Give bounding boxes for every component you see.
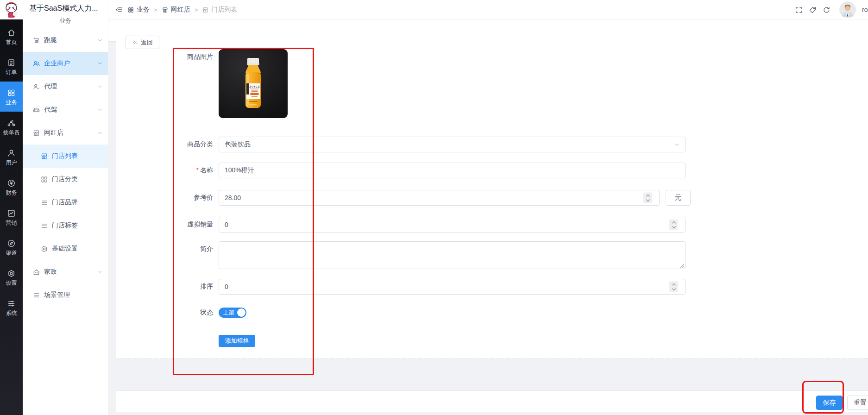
chevron-down-icon (97, 60, 103, 67)
add-spec-button[interactable]: 添加规格 (219, 335, 255, 347)
breadcrumb-item-business[interactable]: 业务 (127, 6, 150, 14)
chart-icon (7, 209, 16, 218)
grid-icon (7, 88, 16, 97)
resize-handle[interactable] (679, 263, 684, 268)
sidebar-item-scene-management[interactable]: 场景管理 (23, 283, 108, 307)
grid-icon (127, 6, 134, 13)
rail-item-orders[interactable]: 订单 (0, 51, 23, 82)
sidebar-item-enterprise-merchant[interactable]: 企业商户 (23, 52, 108, 75)
breadcrumb-label: 门店列表 (211, 6, 237, 14)
chevron-down-icon (97, 37, 103, 44)
intro-textarea[interactable] (219, 241, 686, 269)
rail-item-home[interactable]: 首页 (0, 21, 23, 51)
sort-input[interactable]: 0 (219, 279, 686, 295)
rail-item-channels[interactable]: 渠道 (0, 232, 23, 262)
name-input[interactable]: 100%橙汁 (219, 163, 686, 178)
rail-item-couriers[interactable]: 接单员 (0, 112, 23, 142)
app-logo[interactable] (0, 0, 23, 19)
price-input[interactable]: 28.00 (219, 190, 660, 206)
breadcrumb: 业务 > 网红店 > 门店列表 (115, 0, 237, 19)
chevron-up-icon (97, 130, 103, 136)
refresh-icon[interactable] (823, 6, 830, 14)
sort-stepper[interactable] (669, 282, 678, 292)
people-icon (32, 60, 40, 68)
fullscreen-icon[interactable] (795, 6, 803, 14)
list-icon (40, 199, 48, 207)
sidebar-item-influencer-store[interactable]: 网红店 (23, 121, 108, 145)
username[interactable]: roo (862, 6, 868, 13)
virtual-sales-stepper[interactable] (669, 220, 678, 230)
virtual-sales-input[interactable]: 0 (219, 217, 686, 233)
sidebar-item-label: 代理 (44, 82, 57, 91)
reset-button[interactable]: 重置 (847, 396, 868, 410)
avatar-image (839, 1, 856, 18)
grid-icon (40, 176, 48, 183)
order-doc-icon (7, 58, 16, 67)
form-row-sort: 排序 0 (116, 279, 868, 295)
back-button[interactable]: 返回 (126, 36, 159, 49)
sidebar-item-errand[interactable]: 跑腿 (23, 29, 108, 52)
compass-icon (7, 239, 16, 248)
breadcrumb-item-store-list: 门店列表 (202, 6, 237, 14)
sidebar-subitem-store-tag[interactable]: 门店标签 (23, 214, 108, 237)
required-mark: * (196, 166, 199, 174)
rail-item-label: 订单 (6, 69, 17, 75)
rail-item-settings[interactable]: 设置 (0, 262, 23, 292)
toggle-knob (237, 308, 245, 317)
sliders-icon (7, 299, 16, 308)
chevron-down-icon (673, 141, 680, 148)
avatar[interactable] (839, 1, 856, 18)
store-icon (32, 129, 40, 137)
sidebar-menu: 跑腿 企业商户 代理 代驾 网红店 门店列表 门店分类 门店品牌 门店标签 基础… (23, 29, 108, 307)
form-row-product-image: 商品图片 (116, 49, 868, 118)
sidebar-subitem-store-list[interactable]: 门店列表 (23, 145, 108, 168)
chevron-down-icon (97, 107, 103, 113)
sidebar-item-label: 场景管理 (44, 291, 70, 299)
sidebar-subitem-store-brand[interactable]: 门店品牌 (23, 191, 108, 214)
chevron-down-icon (97, 83, 103, 90)
status-toggle[interactable]: 上架 (219, 308, 246, 318)
rail-item-users[interactable]: 用户 (0, 142, 23, 172)
rail-item-label: 营销 (6, 220, 17, 226)
status-label: 状态 (116, 308, 213, 317)
form-row-intro: 简介 (116, 241, 868, 269)
main-area: 业务 > 网红店 > 门店列表 (108, 0, 868, 415)
breadcrumb-item-influencer-store[interactable]: 网红店 (162, 6, 190, 14)
rail-item-marketing[interactable]: 营销 (0, 202, 23, 232)
sidebar-item-designated-driving[interactable]: 代驾 (23, 98, 108, 121)
rail-item-label: 系统 (6, 310, 17, 316)
rail-item-label: 渠道 (6, 250, 17, 256)
tag-icon[interactable] (809, 6, 817, 14)
sidebar-subitem-store-category[interactable]: 门店分类 (23, 168, 108, 191)
form-row-category: 商品分类 包装饮品 (116, 137, 868, 152)
breadcrumb-separator: > (154, 6, 157, 13)
category-select[interactable]: 包装饮品 (219, 137, 686, 152)
sidebar-item-label: 企业商户 (44, 59, 70, 68)
chevron-down-icon (97, 269, 103, 275)
rail-item-business[interactable]: 业务 (0, 82, 23, 112)
sidebar-item-housekeeping[interactable]: 家政 (23, 260, 108, 283)
store-icon (40, 152, 48, 160)
sidebar-item-agent[interactable]: 代理 (23, 75, 108, 98)
price-stepper[interactable] (643, 193, 652, 203)
header-actions: roo (795, 0, 868, 19)
sidebar-subitem-basic-settings[interactable]: 基础设置 (23, 237, 108, 260)
product-image[interactable]: JUICE (219, 49, 288, 118)
rail-item-label: 业务 (6, 100, 17, 105)
rail-item-system[interactable]: 系统 (0, 292, 23, 322)
form-row-status: 状态 上架 (116, 308, 868, 318)
sidebar-item-label: 门店品牌 (52, 198, 78, 207)
bike-icon (7, 119, 16, 127)
rail-item-finance[interactable]: 财务 (0, 172, 23, 202)
sidebar-item-label: 门店分类 (52, 175, 78, 183)
price-label: 参考价 (116, 194, 213, 202)
list-icon (32, 291, 40, 299)
form-row-price: 参考价 28.00 元 (116, 190, 868, 206)
store-icon (202, 6, 209, 13)
name-value: 100%橙汁 (225, 166, 254, 175)
save-button[interactable]: 保存 (816, 396, 843, 410)
menu-fold-icon[interactable] (115, 6, 123, 14)
app-window: 首页 订单 业务 接单员 用户 财务 营销 渠道 设置 系统 基于SaaS模式人… (0, 0, 868, 415)
product-image-label: 商品图片 (116, 49, 213, 61)
cart-icon (32, 37, 40, 44)
